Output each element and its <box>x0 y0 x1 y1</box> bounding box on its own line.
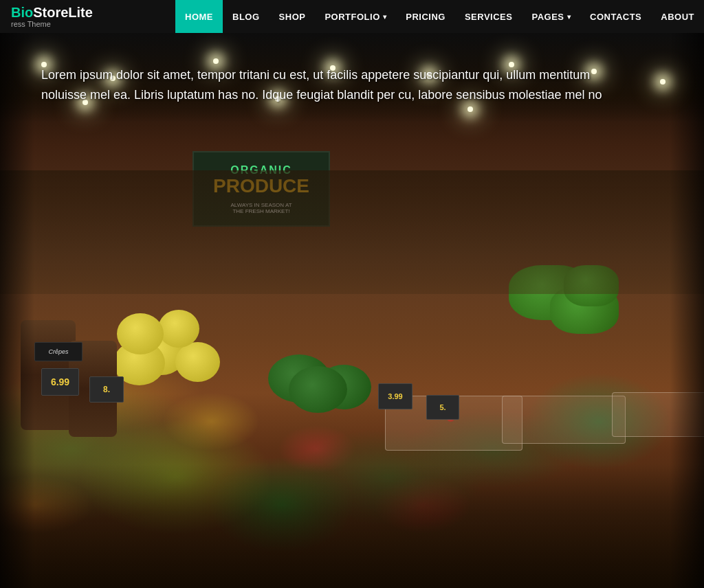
logo-subtitle: ress Theme <box>11 20 126 28</box>
main-nav: HOME BLOG SHOP PORTFOLIO ▾ PRICING SERVI… <box>175 0 704 33</box>
hero-section: ORGANIC PRODUCE ALWAYS IN SEASON ATTHE F… <box>0 0 704 588</box>
logo-bio: Bio <box>11 5 33 20</box>
nav-item-about[interactable]: ABOUT <box>651 0 704 33</box>
logo-rest: StoreLite <box>33 5 93 20</box>
nav-item-pricing[interactable]: PRICING <box>396 0 455 33</box>
pages-dropdown-arrow: ▾ <box>567 13 571 21</box>
nav-item-pages[interactable]: PAGES ▾ <box>522 0 580 33</box>
nav-item-shop[interactable]: SHOP <box>270 0 316 33</box>
sign-sub-text: ALWAYS IN SEASON ATTHE FRESH MARKET! <box>230 196 292 214</box>
ceiling-light-11 <box>468 106 473 112</box>
hero-text-overlay: Lorem ipsum dolor sit amet, tempor trita… <box>41 65 605 105</box>
nav-item-contacts[interactable]: CONTACTS <box>580 0 651 33</box>
sign-produce-text: PRODUCE <box>213 177 309 196</box>
ceiling-light-8 <box>660 79 666 84</box>
logo-subtitle-text: ress Theme <box>11 20 51 28</box>
site-header: BioStoreLite ress Theme HOME BLOG SHOP P… <box>0 0 704 33</box>
nav-item-portfolio[interactable]: PORTFOLIO ▾ <box>315 0 396 33</box>
portfolio-dropdown-arrow: ▾ <box>383 13 387 21</box>
store-produce-sign: ORGANIC PRODUCE ALWAYS IN SEASON ATTHE F… <box>192 151 330 227</box>
hero-description: Lorem ipsum dolor sit amet, tempor trita… <box>41 65 605 105</box>
site-logo[interactable]: BioStoreLite <box>11 5 126 20</box>
nav-item-services[interactable]: SERVICES <box>455 0 522 33</box>
logo-area: BioStoreLite ress Theme <box>0 5 138 28</box>
nav-item-home[interactable]: HOME <box>175 0 223 33</box>
nav-item-blog[interactable]: BLOG <box>223 0 270 33</box>
ceiling-light-3 <box>213 58 219 64</box>
